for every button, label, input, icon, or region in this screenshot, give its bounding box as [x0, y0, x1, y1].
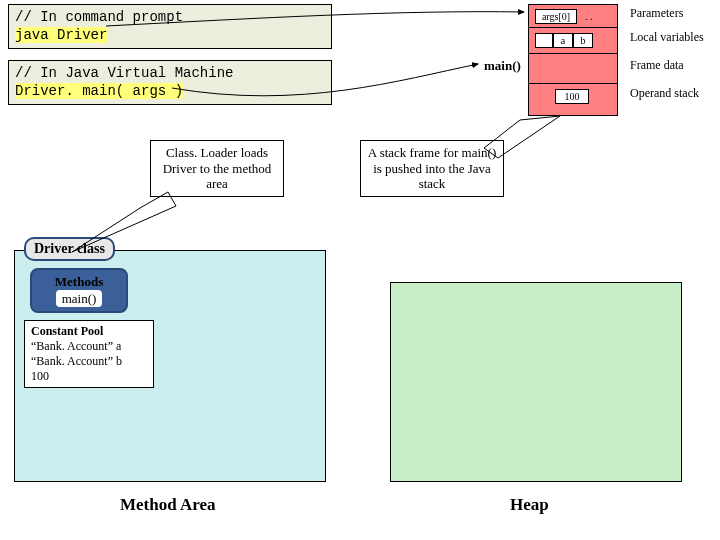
param-cell: args[0] — [535, 9, 577, 24]
method-area-label: Method Area — [120, 495, 216, 515]
constant-pool-line: “Bank. Account” a — [31, 339, 147, 354]
code-comment: // In command prompt — [15, 9, 325, 27]
java-stack-frame: args[0] . . a b 100 — [528, 4, 618, 116]
local-cell: a — [553, 33, 573, 48]
code-command: java Driver — [15, 27, 107, 43]
tag-operand: Operand stack — [630, 86, 699, 101]
code-comment: // In Java Virtual Machine — [15, 65, 325, 83]
callout-stackframe: A stack frame for main() is pushed into … — [360, 140, 504, 197]
constant-pool-line: “Bank. Account” b — [31, 354, 147, 369]
operand-cell: 100 — [555, 89, 589, 104]
local-cell: b — [573, 33, 593, 48]
divider — [529, 27, 617, 28]
methods-box: Methods main() — [30, 268, 128, 313]
tag-locals: Local variables — [630, 30, 704, 45]
driver-class-header: Driver class — [24, 237, 115, 261]
param-ellipsis: . . — [585, 11, 593, 22]
local-cell — [535, 33, 553, 48]
heap-area — [390, 282, 682, 482]
code-call: Driver. main( args ) — [15, 83, 183, 99]
code-box-jvm: // In Java Virtual Machine Driver. main(… — [8, 60, 332, 105]
divider — [529, 53, 617, 54]
frame-label: main() — [484, 58, 521, 74]
constant-pool-line: 100 — [31, 369, 147, 384]
locals-row: a b — [535, 33, 593, 48]
heap-label: Heap — [510, 495, 549, 515]
tag-parameters: Parameters — [630, 6, 683, 21]
constant-pool-box: Constant Pool “Bank. Account” a “Bank. A… — [24, 320, 154, 388]
methods-item: main() — [56, 290, 103, 308]
divider — [529, 83, 617, 84]
methods-title: Methods — [40, 274, 118, 290]
code-box-command-prompt: // In command prompt java Driver — [8, 4, 332, 49]
callout-classloader: Class. Loader loads Driver to the method… — [150, 140, 284, 197]
tag-frame: Frame data — [630, 58, 684, 73]
constant-pool-title: Constant Pool — [31, 324, 147, 339]
